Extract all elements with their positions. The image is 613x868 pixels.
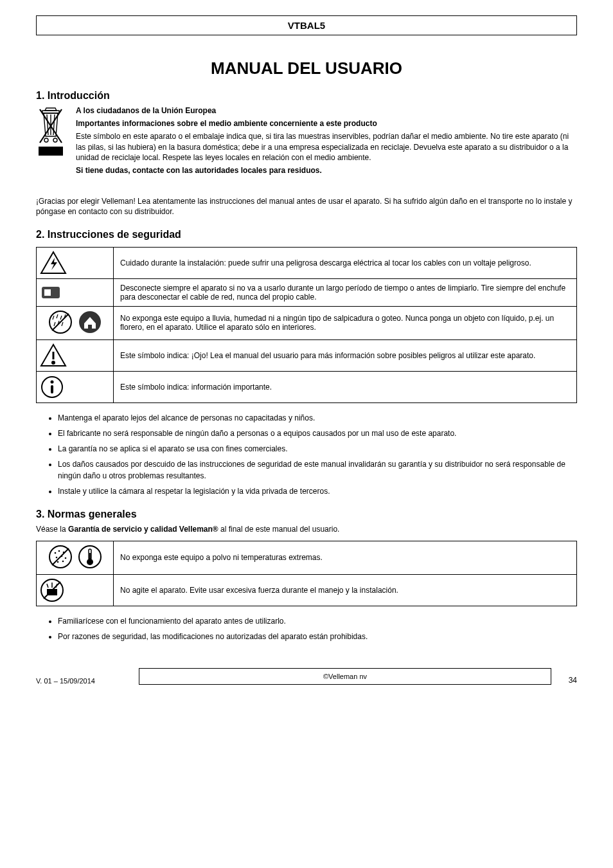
table-row: Este símbolo indica: ¡Ojo! Lea el manual…	[37, 339, 577, 371]
table-row: No exponga este equipo a lluvia, humedad…	[37, 306, 577, 339]
svg-line-13	[60, 316, 62, 320]
general-row-0-text: No exponga este equipo a polvo ni temper…	[114, 541, 577, 574]
svg-point-32	[64, 557, 66, 559]
footer-page-number: 34	[551, 676, 577, 685]
footer-copyright: ©Velleman nv	[139, 668, 551, 685]
footer-version: V. 01 – 15/09/2014	[36, 677, 139, 685]
footer: V. 01 – 15/09/2014 ©Velleman nv 34	[36, 668, 577, 685]
section-2-heading: 2. Instrucciones de seguridad	[36, 229, 577, 240]
notice-circle-icon	[39, 374, 111, 400]
header-model-box: VTBAL5	[36, 15, 577, 35]
intro-text: A los ciudadanos de la Unión Europea Imp…	[76, 105, 577, 178]
list-item: Mantenga el aparato lejos del alcance de…	[58, 412, 577, 424]
safety-table: Cuidado durante la instalación: puede su…	[36, 247, 577, 403]
svg-point-28	[58, 550, 60, 552]
table-row: Este símbolo indica: información importa…	[37, 371, 577, 402]
high-voltage-triangle-icon	[39, 250, 111, 276]
section-3-heading: 3. Normas generales	[36, 509, 577, 520]
svg-point-30	[55, 556, 57, 558]
safety-row-3-text: Este símbolo indica: ¡Ojo! Lea el manual…	[114, 339, 577, 371]
svg-rect-9	[44, 289, 51, 296]
warning-triangle-icon	[39, 343, 111, 368]
general-row-1-text: No agite el aparato. Evite usar excesiva…	[114, 574, 577, 606]
list-item: Instale y utilice la cámara al respetar …	[58, 485, 577, 497]
svg-line-11	[53, 316, 54, 320]
manual-title: MANUAL DEL USUARIO	[36, 59, 577, 78]
svg-line-42	[47, 584, 48, 588]
table-row: Cuidado durante la instalación: puede su…	[37, 247, 577, 278]
table-row: No agite el aparato. Evite usar excesiva…	[37, 574, 577, 606]
svg-line-15	[54, 322, 55, 326]
section-1-heading: 1. Introducción	[36, 90, 577, 102]
intro-notice-bold: Importantes informaciones sobre el medio…	[76, 119, 377, 128]
svg-point-22	[52, 361, 55, 364]
unplug-icon	[39, 282, 111, 303]
general-table: No exponga este equipo a polvo ni temper…	[36, 541, 577, 606]
no-rain-icon	[48, 309, 73, 335]
general-bullets: Familiarícese con el funcionamiento del …	[36, 615, 577, 642]
no-shock-icon	[39, 577, 111, 603]
svg-rect-25	[51, 385, 53, 393]
svg-line-12	[57, 314, 58, 318]
svg-point-3	[44, 138, 48, 142]
section-3-ref: Véase la Garantía de servicio y calidad …	[36, 524, 577, 534]
svg-point-33	[57, 561, 58, 563]
list-item: Por razones de seguridad, las modificaci…	[58, 631, 577, 642]
svg-line-35	[52, 548, 69, 565]
safety-bullets: Mantenga el aparato lejos del alcance de…	[36, 412, 577, 497]
list-item: Familiarícese con el funcionamiento del …	[58, 615, 577, 627]
list-item: El fabricante no será responsable de nin…	[58, 428, 577, 439]
svg-point-4	[53, 138, 57, 142]
svg-point-27	[54, 552, 56, 554]
list-item: La garantía no se aplica si el aparato s…	[58, 443, 577, 455]
safety-row-2-text: No exponga este equipo a lluvia, humedad…	[114, 306, 577, 339]
intro-p1: Este símbolo en este aparato o el embala…	[76, 131, 577, 163]
intro-p2-bold: Si tiene dudas, contacte con las autorid…	[76, 166, 322, 175]
safety-row-4-text: Este símbolo indica: información importa…	[114, 371, 577, 402]
thermometer-icon	[77, 544, 103, 570]
intro-greeting: A los ciudadanos de la Unión Europea	[76, 106, 216, 115]
svg-line-18	[52, 314, 69, 330]
table-row: Desconecte siempre el aparato si no va a…	[37, 278, 577, 306]
intro-thanks: ¡Gracias por elegir Velleman! Lea atenta…	[36, 196, 577, 217]
intro-row: A los ciudadanos de la Unión Europea Imp…	[36, 105, 577, 178]
weee-bin-icon	[36, 105, 66, 159]
svg-point-34	[62, 560, 64, 562]
svg-line-17	[62, 322, 63, 326]
safety-row-1-text: Desconecte siempre el aparato si no va a…	[114, 278, 577, 306]
header-model: VTBAL5	[288, 20, 325, 31]
svg-rect-20	[88, 325, 92, 329]
svg-rect-7	[39, 147, 63, 156]
safety-row-0-text: Cuidado durante la instalación: puede su…	[114, 247, 577, 278]
svg-point-24	[51, 380, 54, 383]
indoor-only-icon	[77, 309, 103, 335]
table-row: No exponga este equipo a polvo ni temper…	[37, 541, 577, 574]
no-dust-icon	[48, 544, 73, 570]
list-item: Los daños causados por descuido de las i…	[58, 458, 577, 482]
